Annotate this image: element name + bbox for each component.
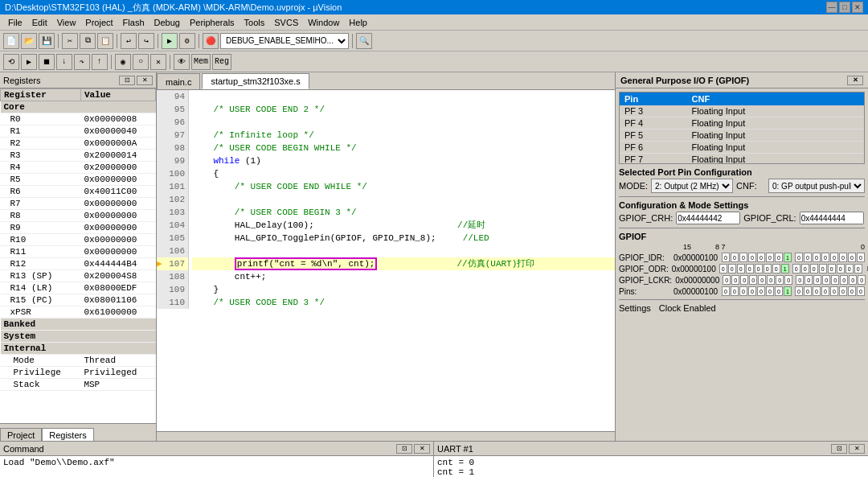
command-float-btn[interactable]: ⊡ [396, 444, 412, 454]
gpio-bit-13[interactable]: 0 [739, 253, 747, 262]
gpio-bit-10[interactable]: 0 [764, 264, 772, 273]
menu-file[interactable]: File [3, 17, 27, 28]
uart-float-btn[interactable]: ⊡ [831, 444, 847, 454]
menu-edit[interactable]: Edit [27, 17, 52, 28]
debug-button[interactable]: 🔴 [203, 33, 219, 49]
gpio-bit-1[interactable]: 0 [848, 286, 856, 296]
gpio-bit-3[interactable]: 0 [831, 275, 839, 285]
paste-button[interactable]: 📋 [97, 33, 113, 49]
menu-window[interactable]: Window [303, 17, 344, 28]
tab-mainc[interactable]: main.c [157, 73, 200, 89]
gpio-bit-2[interactable]: 0 [839, 286, 847, 296]
menu-project[interactable]: Project [80, 17, 117, 28]
gpio-bit-14[interactable]: 0 [731, 286, 739, 296]
gpio-bit-0[interactable]: 0 [857, 253, 865, 262]
gpio-bit-4[interactable]: 0 [822, 275, 830, 285]
code-horizontal-scrollbar[interactable] [157, 431, 615, 441]
gpio-bit-1[interactable]: 0 [845, 264, 854, 273]
gpio-bit-0[interactable]: 0 [854, 264, 862, 273]
gpio-bit-7[interactable]: 0 [795, 286, 803, 296]
menu-svcs[interactable]: SVCS [269, 17, 303, 28]
maximize-button[interactable]: □ [839, 2, 850, 13]
command-close-btn[interactable]: ✕ [414, 444, 430, 454]
gpio-bit-14[interactable]: 0 [731, 253, 739, 262]
gpio-bit-12[interactable]: 0 [748, 253, 756, 262]
gpio-bit-2[interactable]: 0 [840, 275, 848, 285]
gpio-bit-3[interactable]: 0 [828, 264, 836, 273]
gpio-bit-1[interactable]: 0 [848, 253, 856, 262]
gpio-bit-14[interactable]: 0 [728, 264, 736, 273]
search-button[interactable]: 🔍 [356, 33, 372, 49]
build-button[interactable]: ▶ [162, 33, 178, 49]
gpio-bit-14[interactable]: 0 [731, 275, 739, 285]
gpio-bit-9[interactable]: 0 [772, 264, 780, 273]
gpio-bit-3[interactable]: 0 [830, 286, 838, 296]
gpio-bit-7[interactable]: 0 [795, 253, 803, 262]
gpio-bit-15[interactable]: 0 [722, 286, 730, 296]
gpio-bit-13[interactable]: 0 [740, 275, 748, 285]
menu-peripherals[interactable]: Peripherals [185, 17, 240, 28]
gpio-bit-11[interactable]: 0 [757, 286, 765, 296]
gpio-bit-11[interactable]: 0 [758, 275, 766, 285]
gpio-bit-8[interactable]: 1 [784, 253, 792, 262]
gpio-bit-11[interactable]: 0 [757, 253, 765, 262]
gpio-bit-6[interactable]: 0 [804, 286, 812, 296]
gpio-bit-8[interactable]: 0 [784, 275, 792, 285]
gpio-bit-0[interactable]: 0 [858, 275, 866, 285]
gpio-pin-row[interactable]: PF 4Floating Input [620, 117, 864, 130]
undo-button[interactable]: ↩ [121, 33, 137, 49]
redo-button[interactable]: ↪ [138, 33, 154, 49]
gpio-bit-5[interactable]: 0 [813, 253, 821, 262]
stop-button[interactable]: ⏹ [39, 54, 55, 70]
menu-view[interactable]: View [52, 17, 81, 28]
debug-select[interactable]: DEBUG_ENABLE_SEMIHO... [220, 33, 349, 49]
step-over-button[interactable]: ↷ [74, 54, 90, 70]
menu-flash[interactable]: Flash [118, 17, 149, 28]
gpio-mode-select[interactable]: 2: Output (2 MHz) [651, 179, 733, 193]
gpio-bit-9[interactable]: 0 [775, 286, 783, 296]
close-button[interactable]: ✕ [852, 2, 863, 13]
memory-button[interactable]: Mem [191, 54, 211, 70]
gpio-pin-row[interactable]: PF 5Floating Input [620, 130, 864, 142]
breakpoint-button[interactable]: ◉ [115, 54, 131, 70]
new-file-button[interactable]: 📄 [3, 33, 19, 49]
gpio-bit-3[interactable]: 0 [830, 253, 838, 262]
tab-startup[interactable]: startup_stm32f103xe.s [202, 73, 309, 89]
gpio-bit-0[interactable]: 0 [857, 286, 865, 296]
open-file-button[interactable]: 📂 [21, 33, 37, 49]
gpio-bit-1[interactable]: 0 [849, 275, 857, 285]
save-button[interactable]: 💾 [39, 33, 55, 49]
gpio-bit-6[interactable]: 0 [801, 264, 809, 273]
gpio-crl-input[interactable] [800, 212, 864, 224]
gpio-crh-input[interactable] [676, 212, 740, 224]
gpio-bit-7[interactable]: 0 [792, 264, 800, 273]
gpio-bit-15[interactable]: 0 [722, 253, 730, 262]
run-button[interactable]: ▶ [21, 54, 37, 70]
gpio-bit-12[interactable]: 0 [746, 264, 754, 273]
gpio-bit-11[interactable]: 0 [755, 264, 763, 273]
tab-registers[interactable]: Registers [42, 428, 93, 441]
gpio-pin-row[interactable]: PF 3Floating Input [620, 105, 864, 117]
regs-button[interactable]: Reg [212, 54, 231, 70]
gpio-bit-9[interactable]: 0 [775, 253, 783, 262]
gpio-bit-10[interactable]: 0 [766, 253, 774, 262]
gpio-bit-2[interactable]: 0 [837, 264, 845, 273]
minimize-button[interactable]: — [826, 2, 837, 13]
gpio-bit-4[interactable]: 0 [819, 264, 827, 273]
gpio-bit-4[interactable]: 0 [821, 253, 829, 262]
clear-bp-button[interactable]: ✕ [150, 54, 166, 70]
step-out-button[interactable]: ↑ [92, 54, 108, 70]
gpio-bit-12[interactable]: 0 [749, 275, 757, 285]
gpio-bit-12[interactable]: 0 [748, 286, 756, 296]
gpio-bit-13[interactable]: 0 [737, 264, 745, 273]
gpio-bit-15[interactable]: 0 [723, 275, 731, 285]
menu-debug[interactable]: Debug [149, 17, 185, 28]
gpio-bit-5[interactable]: 0 [813, 286, 821, 296]
gpio-bit-13[interactable]: 0 [739, 286, 747, 296]
gpio-pin-row[interactable]: PF 6Floating Input [620, 142, 864, 154]
menu-tools[interactable]: Tools [240, 17, 270, 28]
gpio-bit-6[interactable]: 0 [805, 275, 813, 285]
registers-float-btn[interactable]: ⊡ [119, 76, 135, 85]
gpio-bit-4[interactable]: 0 [821, 286, 829, 296]
gpio-bit-5[interactable]: 0 [813, 275, 821, 285]
